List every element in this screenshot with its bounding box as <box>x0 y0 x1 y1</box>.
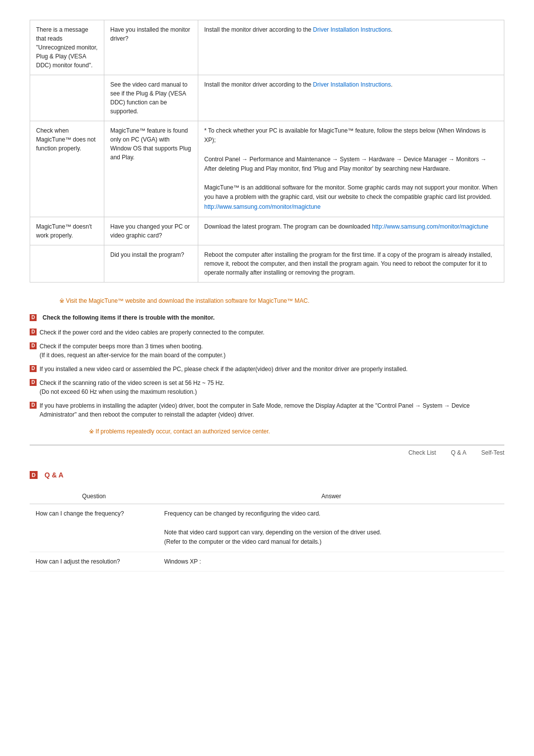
qa-question-header: Question <box>30 489 158 504</box>
bullet-icon: D <box>30 365 37 372</box>
magictune-mac-notice: Visit the MagicTune™ website and downloa… <box>59 297 504 304</box>
solution-cell-5: Reboot the computer after installing the… <box>198 245 504 282</box>
check-item-2: D Check if the computer beeps more than … <box>30 342 504 360</box>
magictune-link-1[interactable]: http://www.samsung.com/monitor/magictune <box>204 203 320 210</box>
qa-table: Question Answer How can I change the fre… <box>30 489 504 572</box>
qa-answer-header: Answer <box>158 489 504 504</box>
symptom-cell: There is a message that reads"Unrecogniz… <box>30 20 104 75</box>
table-row: Did you install the program? Reboot the … <box>30 245 504 282</box>
bullet-icon: D <box>30 402 37 409</box>
check-item-5: D If you have problems in installing the… <box>30 401 504 419</box>
check-item-1: D Check if the power cord and the video … <box>30 328 504 337</box>
cause-cell-4: Have you changed your PC or video graphi… <box>104 217 198 245</box>
qa-question-2: How can I adjust the resolution? <box>30 552 158 571</box>
qa-title-text: Q & A <box>44 471 63 479</box>
solution-cell-3: * To check whether your PC is available … <box>198 121 504 217</box>
symptom-cell-empty <box>30 75 104 121</box>
bullet-icon: D <box>30 314 37 321</box>
qa-section: D Q & A Question Answer How can I change… <box>30 471 504 572</box>
table-row: See the video card manual to see if the … <box>30 75 504 121</box>
nav-checklist[interactable]: Check List <box>408 449 436 456</box>
check-title-text: Check the following items if there is tr… <box>43 314 215 321</box>
driver-link-1[interactable]: Driver Installation Instructions <box>313 26 391 33</box>
qa-header-row: Question Answer <box>30 489 504 504</box>
nav-selftest[interactable]: Self-Test <box>481 449 504 456</box>
trouble-table: There is a message that reads"Unrecogniz… <box>30 20 504 283</box>
check-items-list: D Check if the power cord and the video … <box>30 328 504 419</box>
magictune-link-2[interactable]: http://www.samsung.com/monitor/magictune <box>372 223 488 230</box>
check-item-3: D If you installed a new video card or a… <box>30 365 504 374</box>
solution-cell-4: Download the latest program. The program… <box>198 217 504 245</box>
table-row: MagicTune™ doesn't work properly. Have y… <box>30 217 504 245</box>
table-row: There is a message that reads"Unrecogniz… <box>30 20 504 75</box>
cause-cell-2: See the video card manual to see if the … <box>104 75 198 121</box>
cause-cell-5: Did you install the program? <box>104 245 198 282</box>
qa-answer-1: Frequency can be changed by reconfigurin… <box>158 504 504 552</box>
solution-cell: Install the monitor driver according to … <box>198 20 504 75</box>
qa-answer-2: Windows XP : <box>158 552 504 571</box>
bullet-icon: D <box>30 342 37 349</box>
cause-cell-3: MagicTune™ feature is found only on PC (… <box>104 121 198 217</box>
check-section-title: D Check the following items if there is … <box>30 314 504 321</box>
cause-cell: Have you installed the monitor driver? <box>104 20 198 75</box>
qa-section-title: D Q & A <box>30 471 504 479</box>
nav-qa[interactable]: Q & A <box>451 449 466 456</box>
symptom-cell-4: MagicTune™ doesn't work properly. <box>30 217 104 245</box>
symptom-cell-3: Check when MagicTune™ does not function … <box>30 121 104 217</box>
solution-cell-2: Install the monitor driver according to … <box>198 75 504 121</box>
table-row: Check when MagicTune™ does not function … <box>30 121 504 217</box>
bullet-icon: D <box>30 379 37 386</box>
check-item-4: D Check if the scanning ratio of the vid… <box>30 378 504 396</box>
symptom-cell-5 <box>30 245 104 282</box>
bottom-notice: If problems repeatedly occur, contact an… <box>89 428 504 435</box>
qa-bullet-icon: D <box>30 471 38 479</box>
bottom-nav: Check List Q & A Self-Test <box>30 445 504 456</box>
qa-row-2: How can I adjust the resolution? Windows… <box>30 552 504 571</box>
driver-link-2[interactable]: Driver Installation Instructions <box>313 81 391 88</box>
qa-question-1: How can I change the frequency? <box>30 504 158 552</box>
qa-row-1: How can I change the frequency? Frequenc… <box>30 504 504 552</box>
bullet-icon: D <box>30 329 37 335</box>
